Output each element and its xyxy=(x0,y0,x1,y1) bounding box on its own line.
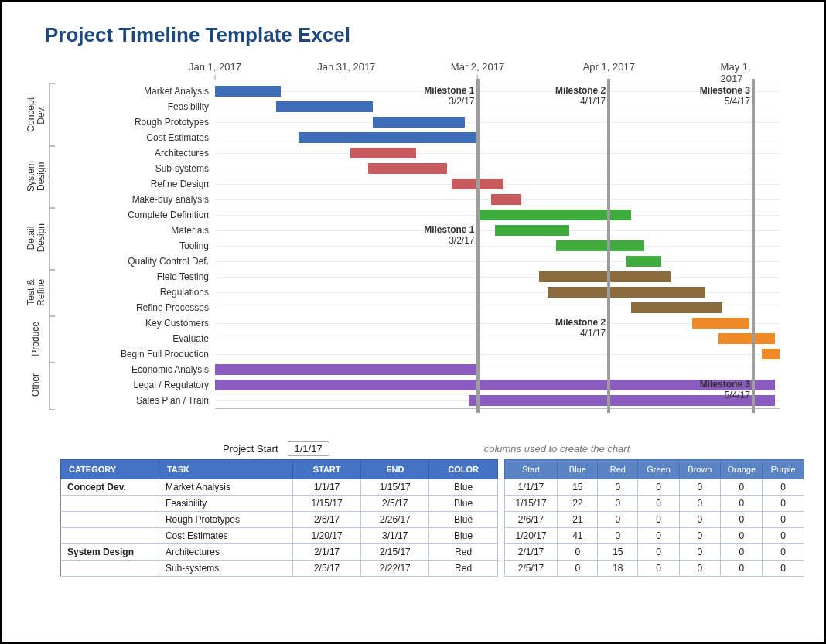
table-cell[interactable]: Rough Prototypes xyxy=(159,512,292,528)
table-cell[interactable]: Market Analysis xyxy=(159,479,292,496)
table-cell[interactable]: Blue xyxy=(429,479,497,496)
table-cell[interactable]: 0 xyxy=(638,479,679,496)
table-row: 1/1/171500000 xyxy=(504,479,804,496)
gantt-bar[interactable] xyxy=(215,380,775,390)
table-cell[interactable]: Blue xyxy=(429,512,497,528)
table-cell[interactable]: 0 xyxy=(679,544,720,561)
table-cell[interactable]: 0 xyxy=(638,512,679,528)
gantt-bar[interactable] xyxy=(215,86,281,97)
table-cell[interactable]: 0 xyxy=(721,496,763,512)
table-cell[interactable]: 0 xyxy=(763,496,804,512)
table-cell[interactable]: 2/22/17 xyxy=(361,561,429,577)
table-cell[interactable]: System Design xyxy=(61,544,159,561)
table-cell[interactable] xyxy=(61,561,159,577)
table-cell[interactable]: 41 xyxy=(558,528,598,544)
table-cell[interactable]: 0 xyxy=(558,561,598,577)
table-cell[interactable]: 0 xyxy=(598,528,638,544)
table-cell[interactable]: 2/26/17 xyxy=(361,512,429,528)
gantt-bar[interactable] xyxy=(373,117,465,128)
table-cell[interactable]: 0 xyxy=(721,544,763,561)
table-cell[interactable]: 2/6/17 xyxy=(504,512,557,528)
gantt-bar[interactable] xyxy=(692,318,749,329)
table-cell[interactable]: Concept Dev. xyxy=(61,479,159,496)
table-cell[interactable]: 0 xyxy=(679,561,720,577)
task-label: Market Analysis xyxy=(144,83,209,99)
table-cell[interactable]: 1/15/17 xyxy=(504,496,557,512)
gantt-bar[interactable] xyxy=(368,163,447,174)
category-brace xyxy=(49,269,55,317)
table-cell[interactable]: 0 xyxy=(638,544,679,561)
table-cell[interactable]: Blue xyxy=(429,496,497,512)
table-cell[interactable]: 1/1/17 xyxy=(504,479,557,496)
table-cell[interactable]: 0 xyxy=(721,528,763,544)
gantt-bar[interactable] xyxy=(276,101,372,112)
table-cell[interactable]: 0 xyxy=(721,512,763,528)
table-cell[interactable]: 2/15/17 xyxy=(361,544,429,561)
table-cell[interactable]: 2/6/17 xyxy=(293,512,361,528)
table-cell[interactable]: 21 xyxy=(558,512,598,528)
aux-th: Start xyxy=(504,460,557,479)
gantt-bar[interactable] xyxy=(718,333,776,344)
table-cell[interactable]: 0 xyxy=(721,561,763,577)
table-cell[interactable]: 0 xyxy=(679,528,720,544)
task-label: Rough Prototypes xyxy=(135,114,209,130)
table-cell[interactable]: 0 xyxy=(763,528,804,544)
table-cell[interactable]: 1/15/17 xyxy=(361,479,429,496)
table-cell[interactable]: 3/1/17 xyxy=(361,528,429,544)
table-cell[interactable]: Blue xyxy=(429,528,497,544)
table-cell[interactable]: 0 xyxy=(763,544,804,561)
gantt-bar[interactable] xyxy=(762,349,780,359)
table-cell[interactable]: 0 xyxy=(763,512,804,528)
table-cell[interactable]: 0 xyxy=(763,561,804,577)
table-cell[interactable]: Cost Estimates xyxy=(159,528,292,544)
table-cell[interactable]: Architectures xyxy=(159,544,292,561)
table-cell[interactable]: 0 xyxy=(598,496,638,512)
table-cell[interactable]: 15 xyxy=(558,479,598,496)
table-cell[interactable]: 18 xyxy=(598,561,638,577)
table-cell[interactable]: 2/5/17 xyxy=(293,561,361,577)
table-cell[interactable]: 0 xyxy=(638,561,679,577)
table-cell[interactable]: 0 xyxy=(638,496,679,512)
table-cell[interactable] xyxy=(61,496,159,512)
table-cell[interactable]: 1/1/17 xyxy=(293,479,361,496)
gantt-bar[interactable] xyxy=(548,287,705,298)
table-cell[interactable]: Feasibility xyxy=(159,496,292,512)
table-cell[interactable]: Sub-systems xyxy=(159,561,292,577)
table-cell[interactable]: 0 xyxy=(638,528,679,544)
table-cell[interactable] xyxy=(61,512,159,528)
table-cell[interactable]: Red xyxy=(429,561,497,577)
table-cell[interactable]: 15 xyxy=(598,544,638,561)
table-cell[interactable]: Red xyxy=(429,544,497,561)
table-cell[interactable]: 0 xyxy=(598,479,638,496)
category-label: Other xyxy=(28,362,45,408)
gantt-row: Make-buy analysis xyxy=(215,192,780,207)
gantt-bar[interactable] xyxy=(215,364,478,375)
table-cell[interactable]: 0 xyxy=(679,512,720,528)
table-cell[interactable]: 2/5/17 xyxy=(361,496,429,512)
table-cell[interactable] xyxy=(61,528,159,544)
gantt-bar[interactable] xyxy=(539,271,671,282)
gantt-bar[interactable] xyxy=(491,194,522,205)
gantt-row: Rough Prototypes xyxy=(215,114,780,130)
table-cell[interactable]: 0 xyxy=(763,479,804,496)
project-start-value[interactable]: 1/1/17 xyxy=(288,441,329,456)
table-cell[interactable]: 0 xyxy=(721,479,763,496)
table-cell[interactable]: 0 xyxy=(679,479,720,496)
gantt-bar[interactable] xyxy=(626,256,661,267)
table-cell[interactable]: 1/20/17 xyxy=(504,528,557,544)
milestone-line xyxy=(607,79,610,413)
table-cell[interactable]: 0 xyxy=(679,496,720,512)
table-cell[interactable]: 1/15/17 xyxy=(293,496,361,512)
gantt-bar[interactable] xyxy=(631,302,723,313)
table-cell[interactable]: 0 xyxy=(598,512,638,528)
table-cell[interactable]: 0 xyxy=(558,544,598,561)
gantt-bar[interactable] xyxy=(299,132,478,143)
gantt-bar[interactable] xyxy=(350,148,416,158)
table-cell[interactable]: 2/1/17 xyxy=(504,544,557,561)
table-cell[interactable]: 2/5/17 xyxy=(504,561,557,577)
table-cell[interactable]: 2/1/17 xyxy=(293,544,361,561)
table-cell[interactable]: 1/20/17 xyxy=(293,528,361,544)
gantt-bar[interactable] xyxy=(556,240,643,251)
table-cell[interactable]: 22 xyxy=(558,496,598,512)
gantt-bar[interactable] xyxy=(495,225,569,236)
